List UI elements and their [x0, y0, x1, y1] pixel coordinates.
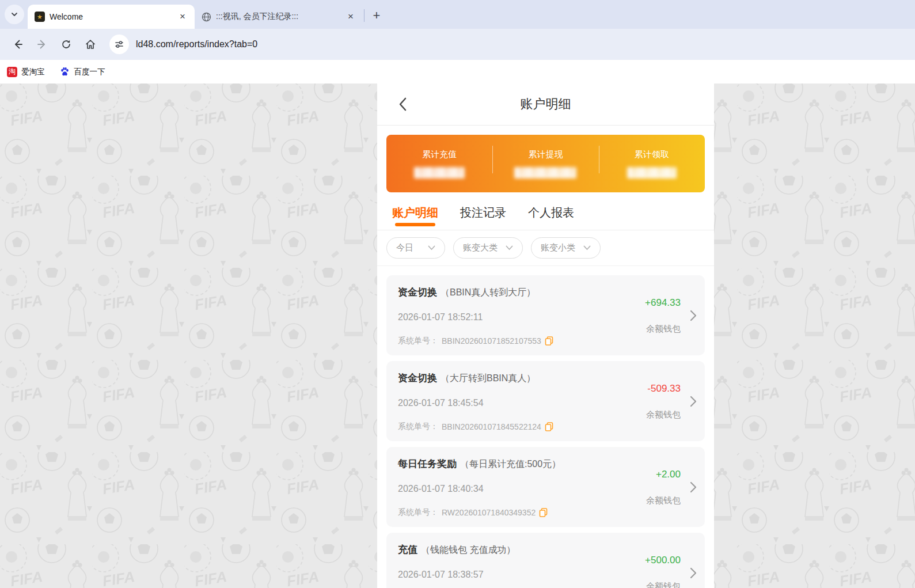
order-number: BBIN202601071845522124 — [442, 422, 541, 431]
transaction-list: 资金切换（BBIN真人转到大厅） 2026-01-07 18:52:11 系统单… — [377, 266, 714, 588]
page-title: 账户明细 — [521, 96, 571, 113]
copy-icon[interactable] — [539, 508, 548, 517]
summary-card: 累计充值 累计提现 累计领取 — [386, 135, 705, 192]
browser-tab-strip: ★ Welcome × :::视讯, 会员下注纪录::: × + — [0, 0, 915, 29]
chevron-left-icon — [397, 97, 408, 112]
order-number: BBIN202601071852107553 — [442, 336, 541, 346]
filter-major-category-select[interactable]: 账变大类 — [453, 237, 523, 259]
transaction-order-line: 系统单号：RW202601071840349352 — [398, 507, 618, 518]
transaction-info: 每日任务奖励（每日累计充值:500元） 2026-01-07 18:40:34 … — [398, 457, 618, 518]
transaction-order-line: 系统单号：BBIN202601071845522124 — [398, 422, 618, 432]
transaction-amount-block: +694.33 余额钱包 — [618, 286, 693, 346]
bookmark-taobao[interactable]: 淘 爱淘宝 — [7, 67, 45, 77]
chevron-down-icon — [583, 245, 591, 251]
wallet-type: 余额钱包 — [646, 409, 681, 420]
tab-bet-records[interactable]: 投注记录 — [460, 205, 506, 230]
transaction-datetime: 2026-01-07 18:40:34 — [398, 484, 618, 494]
new-tab-button[interactable]: + — [368, 7, 385, 24]
chevron-right-icon[interactable] — [690, 481, 697, 493]
tab-title: :::视讯, 会员下注纪录::: — [216, 12, 340, 22]
transaction-row[interactable]: 充值（钱能钱包 充值成功） 2026-01-07 18:38:57 系统单号： … — [386, 533, 705, 588]
bookmark-label: 爱淘宝 — [21, 67, 45, 77]
browser-tab-betting-records[interactable]: :::视讯, 会员下注纪录::: × — [195, 5, 363, 29]
transaction-order-line: 系统单号：BBIN202601071852107553 — [398, 336, 618, 346]
filter-row: 今日 账变大类 账变小类 — [377, 230, 714, 266]
tab-personal-report[interactable]: 个人报表 — [528, 205, 574, 230]
browser-toolbar: ld48.com/reports/index?tab=0 — [0, 29, 915, 60]
page-content: FIFA 账户明细 累计充值 累计提现 累计领取 — [0, 84, 915, 588]
transaction-title: 资金切换 — [398, 287, 437, 298]
back-button[interactable] — [7, 34, 28, 55]
wallet-type: 余额钱包 — [646, 495, 681, 506]
copy-icon[interactable] — [545, 422, 553, 431]
home-button[interactable] — [80, 34, 101, 55]
tab-close-icon[interactable]: × — [344, 10, 357, 23]
stat-label: 累计提现 — [528, 149, 563, 160]
transaction-desc: （每日累计充值:500元） — [460, 459, 561, 469]
site-favicon: ★ — [35, 12, 45, 22]
transaction-datetime: 2026-01-07 18:45:54 — [398, 398, 618, 408]
filter-date-select[interactable]: 今日 — [386, 237, 445, 259]
filter-label: 今日 — [396, 242, 413, 253]
order-number: RW202601071840349352 — [442, 508, 536, 517]
transaction-row[interactable]: 资金切换（BBIN真人转到大厅） 2026-01-07 18:52:11 系统单… — [386, 275, 705, 355]
transaction-title: 充值 — [398, 544, 417, 555]
globe-icon — [202, 12, 211, 22]
masked-value — [414, 167, 465, 179]
tab-account-detail[interactable]: 账户明细 — [392, 205, 438, 230]
browser-tab-welcome[interactable]: ★ Welcome × — [28, 5, 195, 29]
transaction-desc: （钱能钱包 充值成功） — [421, 545, 515, 555]
bookmark-label: 百度一下 — [74, 67, 105, 77]
transaction-desc: （大厅转到BBIN真人） — [441, 373, 536, 383]
taobao-icon: 淘 — [7, 67, 17, 77]
chevron-down-icon — [506, 245, 513, 251]
stat-label: 累计充值 — [422, 149, 457, 160]
reload-button[interactable] — [56, 34, 77, 55]
forward-arrow-icon — [36, 39, 48, 50]
reload-icon — [60, 39, 72, 50]
masked-value — [627, 167, 677, 179]
chevron-down-icon — [428, 245, 435, 251]
address-bar[interactable]: ld48.com/reports/index?tab=0 — [109, 33, 909, 56]
stat-label: 累计领取 — [635, 149, 669, 160]
home-icon — [85, 39, 96, 50]
chevron-right-icon[interactable] — [690, 567, 697, 579]
tab-divider — [364, 9, 365, 22]
transaction-amount: +694.33 — [645, 297, 681, 309]
order-label: 系统单号： — [398, 336, 438, 346]
forward-button[interactable] — [32, 34, 52, 55]
stat-total-deposit: 累计充值 — [386, 149, 492, 179]
masked-value — [514, 167, 576, 179]
filter-label: 账变小类 — [541, 242, 575, 253]
transaction-amount: -509.33 — [647, 383, 681, 394]
account-detail-panel: 账户明细 累计充值 累计提现 累计领取 账户明细 投注记录 个人报表 今日 — [377, 84, 714, 588]
copy-icon[interactable] — [545, 336, 553, 346]
bookmark-baidu[interactable]: 百度一下 — [60, 67, 105, 77]
transaction-info: 充值（钱能钱包 充值成功） 2026-01-07 18:38:57 系统单号： — [398, 543, 618, 588]
url-text[interactable]: ld48.com/reports/index?tab=0 — [136, 39, 257, 50]
transaction-row[interactable]: 资金切换（大厅转到BBIN真人） 2026-01-07 18:45:54 系统单… — [386, 361, 705, 441]
transaction-title-line: 资金切换（大厅转到BBIN真人） — [398, 371, 618, 385]
chevron-right-icon[interactable] — [690, 310, 697, 321]
site-info-button[interactable] — [109, 35, 129, 54]
transaction-title-line: 资金切换（BBIN真人转到大厅） — [398, 286, 618, 299]
transaction-row[interactable]: 每日任务奖励（每日累计充值:500元） 2026-01-07 18:40:34 … — [386, 447, 705, 527]
transaction-title: 每日任务奖励 — [398, 458, 457, 469]
transaction-amount: +2.00 — [656, 469, 681, 480]
wallet-type: 余额钱包 — [646, 324, 681, 335]
chevron-right-icon[interactable] — [690, 396, 697, 407]
order-label: 系统单号： — [398, 422, 438, 432]
tab-search-button[interactable] — [5, 5, 24, 24]
stat-total-claimed: 累计领取 — [599, 149, 705, 179]
tab-close-icon[interactable]: × — [176, 10, 189, 23]
transaction-title: 资金切换 — [398, 373, 437, 384]
page-back-button[interactable] — [393, 95, 412, 113]
transaction-title-line: 每日任务奖励（每日累计充值:500元） — [398, 457, 618, 471]
filter-minor-category-select[interactable]: 账变小类 — [531, 237, 601, 259]
transaction-datetime: 2026-01-07 18:52:11 — [398, 312, 618, 323]
page-header: 账户明细 — [377, 84, 714, 126]
transaction-datetime: 2026-01-07 18:38:57 — [398, 570, 618, 580]
transaction-info: 资金切换（大厅转到BBIN真人） 2026-01-07 18:45:54 系统单… — [398, 371, 618, 432]
transaction-amount-block: -509.33 余额钱包 — [618, 371, 693, 432]
wallet-type: 余额钱包 — [646, 581, 681, 588]
